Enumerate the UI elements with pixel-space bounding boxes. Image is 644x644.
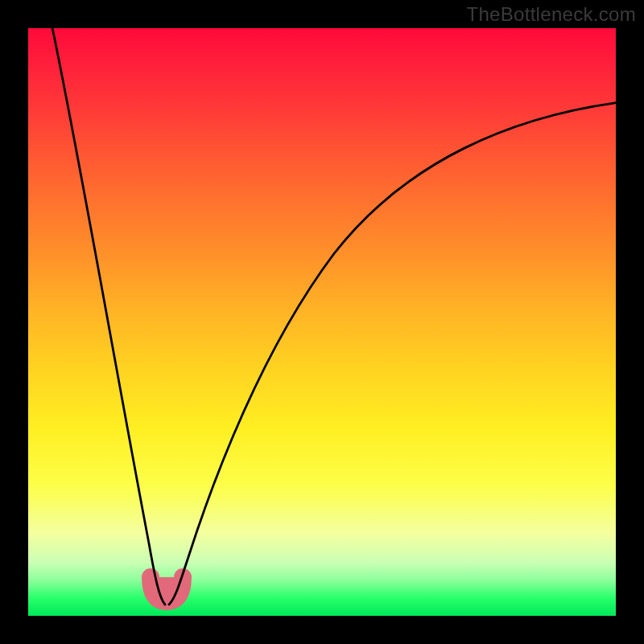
curve-right-branch (169, 102, 616, 605)
chart-svg (28, 28, 616, 616)
watermark-text: TheBottleneck.com (466, 3, 636, 26)
chart-frame: TheBottleneck.com (0, 0, 644, 644)
curve-left-branch (51, 28, 165, 605)
plot-area (28, 28, 616, 616)
